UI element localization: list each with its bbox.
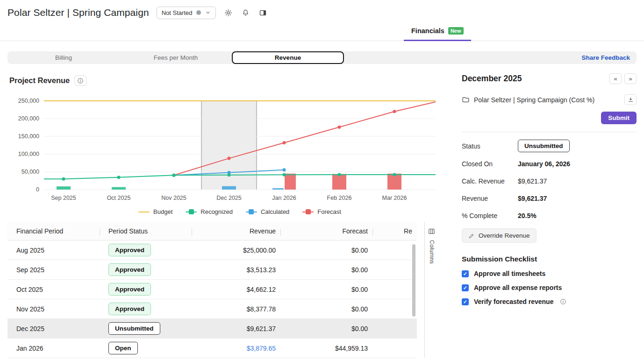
column-header-re[interactable]: Re <box>372 227 417 235</box>
submit-button[interactable]: Submit <box>601 112 637 124</box>
svg-text:150,000: 150,000 <box>18 133 39 140</box>
bell-icon <box>242 9 250 17</box>
table-scrollbar[interactable] <box>412 244 415 317</box>
field-row-revenue: Revenue$9,621.37 <box>462 193 637 204</box>
field-value: 20.5% <box>518 212 537 219</box>
project-status-label: Not Started <box>162 9 193 16</box>
table-row-sep-2025[interactable]: Sep 2025Approved$3,513.23$0.00 <box>7 260 417 280</box>
period-fields: StatusUnsubmittedClosed OnJanuary 06, 20… <box>462 140 637 221</box>
field-label: % Complete <box>462 212 518 219</box>
next-period-button[interactable]: » <box>624 73 637 84</box>
column-header-financial-period[interactable]: Financial Period <box>7 227 100 235</box>
tab-financials[interactable]: Financials New <box>404 27 471 41</box>
financial-period-cell: Dec 2025 <box>7 325 100 332</box>
period-status-cell: Approved <box>100 303 192 315</box>
subtab-revenue[interactable]: Revenue <box>232 51 344 64</box>
panel-icon <box>259 9 267 17</box>
checklist-label: Approve all expense reports <box>474 284 562 291</box>
subtab-group: BillingFees per MonthRevenue <box>7 51 344 64</box>
table-row-oct-2025[interactable]: Oct 2025Approved$4,662.12$0.00 <box>7 280 417 299</box>
override-revenue-button[interactable]: Override Revenue <box>462 228 537 243</box>
project-status-dropdown[interactable]: Not Started <box>157 7 216 19</box>
svg-text:250,000: 250,000 <box>18 98 39 104</box>
field-label: Calc. Revenue <box>462 177 518 185</box>
chart-info-button[interactable] <box>74 75 86 86</box>
notifications-button[interactable] <box>241 8 250 18</box>
legend-label: Calculated <box>261 208 289 215</box>
side-panel-toggle-button[interactable] <box>258 8 268 18</box>
legend-item-calculated[interactable]: Calculated <box>246 208 289 215</box>
table-row-nov-2025[interactable]: Nov 2025Approved$8,377.78$0.00 <box>7 299 417 319</box>
checklist-item-approve-all-expense-reports: Approve all expense reports <box>462 284 637 291</box>
columns-button-label: Columns <box>429 240 435 264</box>
tab-financials-label: Financials <box>411 27 444 35</box>
field-value: $9,621.37 <box>518 195 547 202</box>
column-header-forecast[interactable]: Forecast <box>280 227 372 235</box>
checkbox[interactable] <box>462 298 469 305</box>
legend-item-budget[interactable]: Budget <box>138 208 172 215</box>
columns-button[interactable]: Columns <box>424 222 438 358</box>
svg-text:Oct 2025: Oct 2025 <box>107 195 131 201</box>
svg-text:200,000: 200,000 <box>18 115 39 122</box>
main-nav: Financials New <box>0 22 644 41</box>
info-icon[interactable] <box>560 298 566 305</box>
submission-checklist-title: Submission Checklist <box>462 255 637 263</box>
svg-text:Mar 2026: Mar 2026 <box>382 195 407 201</box>
checkbox[interactable] <box>462 284 469 291</box>
settings-button[interactable] <box>223 8 233 18</box>
page-title: Polar Seltzer | Spring Campaign <box>7 7 149 18</box>
field-label: Closed On <box>462 160 518 168</box>
revenue-cell: $9,621.37 <box>192 325 280 332</box>
period-status-badge: Open <box>108 342 138 354</box>
legend-item-recognized[interactable]: Recognized <box>186 208 233 215</box>
financial-period-cell: Oct 2025 <box>7 286 100 293</box>
svg-text:Feb 2026: Feb 2026 <box>327 195 352 201</box>
column-header-period-status[interactable]: Period Status <box>100 227 192 235</box>
download-button[interactable] <box>624 94 637 105</box>
period-side-panel: December 2025 « » Polar Seltzer | Spring… <box>462 71 637 358</box>
status-badge: Unsubmitted <box>518 140 570 152</box>
table-row-aug-2025[interactable]: Aug 2025Approved$25,000.00$0.00 <box>7 240 417 260</box>
column-header-revenue[interactable]: Revenue <box>192 227 280 235</box>
field-row--complete: % Complete20.5% <box>462 210 637 221</box>
table-row-dec-2025[interactable]: Dec 2025Unsubmitted$9,621.37$0.00 <box>7 319 417 339</box>
period-status-cell: Approved <box>100 244 192 256</box>
financial-period-cell: Aug 2025 <box>7 247 100 254</box>
svg-text:100,000: 100,000 <box>18 151 39 157</box>
previous-period-button[interactable]: « <box>609 73 622 84</box>
financial-table-body: Aug 2025Approved$25,000.00$0.00Sep 2025A… <box>7 240 417 358</box>
forecast-cell: $0.00 <box>280 266 372 274</box>
period-status-badge: Approved <box>108 263 151 276</box>
checkbox[interactable] <box>462 270 469 277</box>
field-label: Revenue <box>462 195 518 202</box>
financials-subtab-bar: BillingFees per MonthRevenue Share Feedb… <box>7 51 637 64</box>
revenue-cell: $3,513.23 <box>192 266 280 274</box>
chart-legend: BudgetRecognizedCalculatedForecast <box>44 208 436 215</box>
forecast-cell: $0.00 <box>280 286 372 293</box>
info-icon <box>77 78 84 84</box>
override-revenue-label: Override Revenue <box>479 232 530 239</box>
field-value: $9,621.37 <box>518 177 547 185</box>
svg-text:0: 0 <box>36 186 39 193</box>
revenue-main: Project Revenue 050,000100,000150,000200… <box>7 71 438 358</box>
table-row-jan-2026[interactable]: Jan 2026Open$3,879.65$44,959.13 <box>7 339 417 358</box>
financial-period-cell: Nov 2025 <box>7 305 100 313</box>
period-title: December 2025 <box>462 74 522 84</box>
revenue-cell[interactable]: $3,879.65 <box>192 345 280 352</box>
legend-item-forecast[interactable]: Forecast <box>302 208 341 215</box>
forecast-cell: $0.00 <box>280 325 372 332</box>
period-status-cell: Approved <box>100 263 192 276</box>
legend-swatch-icon <box>246 209 257 215</box>
share-feedback-link[interactable]: Share Feedback <box>581 54 637 61</box>
download-icon <box>628 97 634 103</box>
revenue-cell: $25,000.00 <box>192 247 280 254</box>
subtab-billing[interactable]: Billing <box>7 51 120 64</box>
content: Project Revenue 050,000100,000150,000200… <box>0 71 644 358</box>
top-bar: Polar Seltzer | Spring Campaign Not Star… <box>0 0 644 22</box>
field-row-calc-revenue: Calc. Revenue$9,621.37 <box>462 176 637 187</box>
project-revenue-chart: 050,000100,000150,000200,000250,000Sep 2… <box>7 91 438 205</box>
project-name: Polar Seltzer | Spring Campaign (Cost %) <box>474 96 594 104</box>
subtab-fees-per-month[interactable]: Fees per Month <box>120 51 232 64</box>
submission-checklist: Approve all timesheetsApprove all expens… <box>462 270 637 305</box>
period-status-badge: Unsubmitted <box>108 322 160 335</box>
